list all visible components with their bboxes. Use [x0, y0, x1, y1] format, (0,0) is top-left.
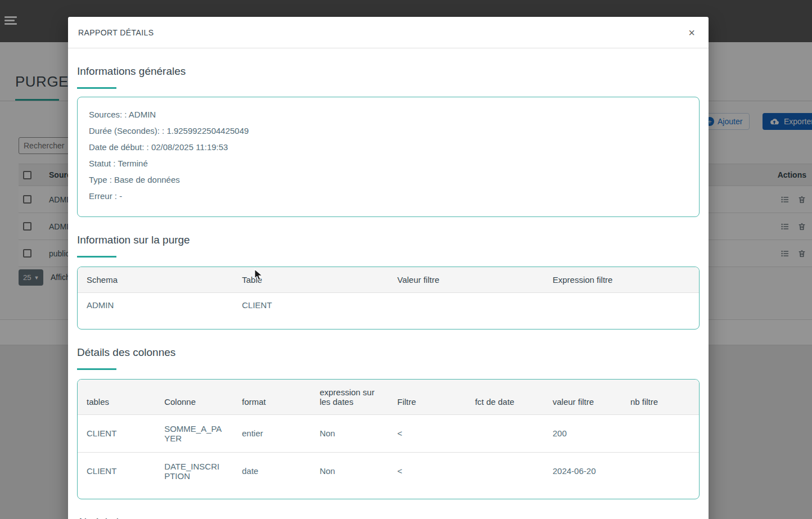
col-cell [621, 414, 699, 452]
purge-cell [544, 293, 699, 329]
purge-header-valeur-filtre: Valeur filtre [389, 267, 544, 293]
section-underline [77, 87, 116, 89]
col-cell: 200 [544, 414, 621, 452]
section-underline [77, 368, 116, 370]
modal-title: RAPPORT DÉTAILS [78, 28, 154, 37]
col-header-nb-filtre: nb filtre [621, 380, 699, 415]
info-line: Erreur : - [89, 188, 688, 204]
col-cell: CLIENT [78, 414, 155, 452]
col-header-fct-date: fct de date [466, 380, 544, 415]
columns-table: tables Colonne format expression sur les… [78, 380, 699, 499]
col-cell [466, 414, 544, 452]
col-header-expression-dates: expression sur les dates [310, 380, 388, 415]
col-header-filtre: Filtre [389, 380, 466, 415]
col-cell: Non [310, 414, 388, 452]
table-row: ADMIN CLIENT [78, 293, 699, 329]
col-cell: date [233, 452, 310, 499]
purge-cell [389, 293, 544, 329]
col-cell: 2024-06-20 [544, 452, 621, 499]
purge-cell: CLIENT [233, 293, 388, 329]
col-cell: < [389, 414, 466, 452]
table-row: CLIENT DATE_INSCRIPTION date Non < 2024-… [78, 452, 699, 499]
col-cell [621, 452, 699, 499]
table-row: CLIENT SOMME_A_PAYER entier Non < 200 [78, 414, 699, 452]
columns-section-title: Détails des colonnes [77, 346, 700, 359]
info-line: Durée (Secondes): : 1.9259922504425049 [89, 123, 688, 139]
purge-section-title: Information sur la purge [77, 234, 700, 246]
rapport-details-modal: RAPPORT DÉTAILS × Informations générales… [68, 17, 709, 519]
info-line: Statut : Terminé [89, 155, 688, 172]
purge-header-table: Table [233, 267, 388, 293]
info-line: Type : Base de données [89, 172, 688, 188]
col-header-tables: tables [78, 380, 155, 415]
col-cell: entier [233, 414, 310, 452]
purge-table-wrapper: Schema Table Valeur filtre Expression fi… [77, 267, 700, 330]
col-cell: < [389, 452, 466, 499]
col-cell: DATE_INSCRIPTION [155, 452, 233, 499]
columns-table-wrapper: tables Colonne format expression sur les… [77, 379, 700, 499]
col-cell [466, 452, 544, 499]
col-header-valeur-filtre: valeur filtre [544, 380, 621, 415]
info-line: Sources: : ADMIN [89, 106, 688, 123]
info-line: Date de début: : 02/08/2025 11:19:53 [89, 139, 688, 155]
purge-table: Schema Table Valeur filtre Expression fi… [78, 267, 699, 329]
purge-header-schema: Schema [78, 267, 233, 293]
general-section-title: Informations générales [77, 65, 700, 78]
modal-header: RAPPORT DÉTAILS × [68, 17, 709, 48]
purge-header-expression-filtre: Expression filtre [544, 267, 699, 293]
abbreviation-section-title: Abréviation [77, 516, 700, 519]
close-icon[interactable]: × [685, 26, 698, 39]
col-cell: SOMME_A_PAYER [155, 414, 233, 452]
general-info-box: Sources: : ADMIN Durée (Secondes): : 1.9… [77, 97, 700, 217]
section-underline [77, 256, 116, 258]
col-cell: CLIENT [78, 452, 155, 499]
col-header-colonne: Colonne [155, 380, 233, 415]
col-header-format: format [233, 380, 310, 415]
purge-cell: ADMIN [78, 293, 233, 329]
col-cell: Non [310, 452, 388, 499]
